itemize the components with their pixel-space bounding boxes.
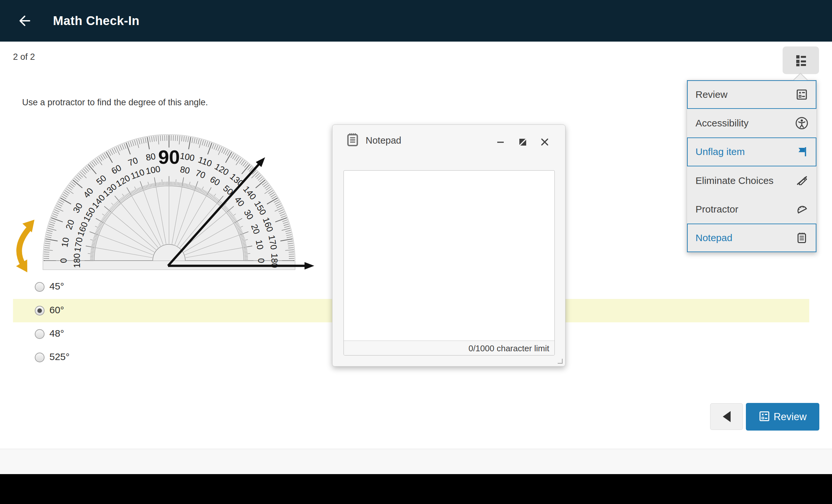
radio-button[interactable] [35, 352, 45, 362]
resize-handle-icon[interactable] [558, 359, 563, 364]
menu-item-protractor[interactable]: Protractor [687, 195, 816, 223]
option-label: 525° [49, 351, 70, 362]
tools-menu-list: Review Accessibility Unflag item Elimina… [687, 80, 816, 252]
menu-item-label: Review [696, 89, 795, 100]
svg-text:180: 180 [72, 253, 82, 268]
notepad-header[interactable]: Notepad [333, 125, 565, 159]
android-nav-bar [0, 474, 832, 504]
minimize-icon[interactable] [493, 135, 508, 150]
tools-menu-panel: Review Accessibility Unflag item Elimina… [687, 80, 817, 253]
menu-item-label: Protractor [696, 204, 795, 215]
menu-item-unflag-item[interactable]: Unflag item [687, 137, 816, 166]
svg-text:10: 10 [254, 239, 265, 250]
notepad-icon [345, 132, 360, 149]
protractor-figure: 0102030405060708010011012013014015016017… [6, 127, 325, 280]
progress-indicator: 2 of 2 [13, 52, 35, 62]
notepad-footer: 0/1000 character limit [344, 341, 554, 355]
previous-question-button[interactable] [710, 403, 743, 430]
menu-item-label: Accessibility [696, 117, 795, 129]
question-text: Use a protractor to find the degree of t… [22, 98, 208, 108]
previous-arrow-icon [723, 411, 731, 422]
svg-text:80: 80 [145, 152, 156, 163]
tools-menu-button[interactable] [783, 47, 819, 74]
menu-item-notepad[interactable]: Notepad [687, 223, 816, 252]
menu-caret-fill [794, 74, 807, 81]
protractor-90-label: 90 [158, 146, 180, 168]
review-button[interactable]: Review [746, 403, 819, 430]
svg-text:0: 0 [256, 258, 266, 263]
notepad-textarea-frame: 0/1000 character limit [343, 170, 555, 355]
svg-text:0: 0 [59, 258, 69, 263]
back-arrow-icon[interactable] [16, 13, 32, 29]
character-counter: 0/1000 character limit [468, 343, 549, 353]
radio-button[interactable] [35, 329, 45, 339]
list-menu-icon [793, 52, 809, 69]
review-button-label: Review [774, 411, 807, 423]
menu-item-accessibility[interactable]: Accessibility [687, 109, 816, 137]
radio-button[interactable] [35, 306, 45, 316]
notepad-icon [795, 231, 809, 245]
page-title: Math Check-In [53, 0, 139, 42]
protractor-icon [795, 203, 809, 216]
option-label: 45° [49, 281, 64, 292]
menu-item-label: Notepad [696, 232, 795, 243]
review-icon [795, 88, 809, 101]
notepad-input[interactable] [344, 170, 554, 341]
option-label: 60° [49, 304, 64, 316]
protractor-graphic: 0102030405060708010011012013014015016017… [6, 127, 325, 280]
footer-strip [0, 449, 832, 474]
svg-text:80: 80 [179, 164, 191, 176]
option-label: 48° [49, 328, 64, 339]
notepad-title: Notepad [366, 135, 401, 146]
close-icon[interactable] [537, 135, 552, 150]
eliminate-choices-icon [795, 174, 809, 187]
screen: Math Check-In 2 of 2 Use a protractor to… [0, 0, 832, 504]
menu-item-label: Unflag item [696, 146, 795, 157]
menu-item-eliminate-choices[interactable]: Eliminate Choices [687, 166, 816, 195]
svg-text:10: 10 [60, 237, 71, 248]
review-icon [758, 410, 770, 423]
app-bar: Math Check-In [0, 0, 832, 42]
radio-button[interactable] [35, 282, 45, 292]
expand-icon[interactable] [515, 135, 530, 150]
menu-item-review[interactable]: Review [687, 80, 816, 109]
notepad-dialog: Notepad 0/1000 character limit [332, 125, 566, 367]
accessibility-icon [795, 116, 809, 130]
menu-item-label: Eliminate Choices [696, 175, 795, 186]
flag-icon [795, 145, 809, 159]
curved-double-arrow-icon[interactable] [16, 220, 34, 272]
